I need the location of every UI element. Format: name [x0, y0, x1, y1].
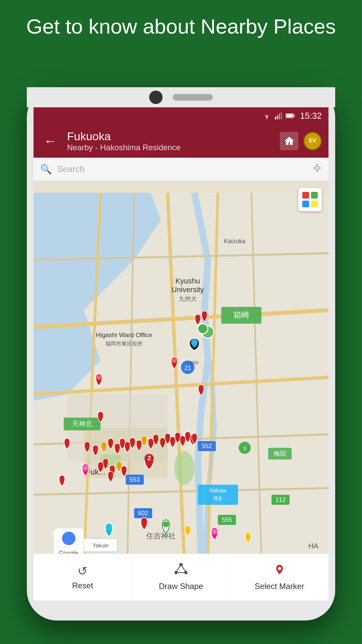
- svg-point-28: [174, 451, 194, 485]
- svg-point-69: [172, 358, 177, 363]
- battery-icon: [286, 113, 295, 118]
- app-bar-icons: EV: [280, 132, 322, 150]
- svg-text:2: 2: [147, 455, 151, 462]
- status-bar: 15:32: [34, 107, 328, 124]
- select-marker-label: Select Marker: [255, 582, 304, 591]
- reset-icon: ↺: [77, 564, 87, 578]
- svg-rect-4: [281, 112, 282, 119]
- draw-shape-button[interactable]: Draw Shape: [132, 554, 231, 600]
- svg-rect-1: [275, 117, 276, 119]
- grid-dot-yellow: [311, 201, 318, 207]
- signal-icon: [275, 112, 282, 119]
- svg-rect-3: [279, 113, 280, 119]
- svg-point-74: [212, 529, 217, 534]
- location-icon: [312, 163, 322, 175]
- svg-text:3: 3: [243, 445, 246, 451]
- svg-text:Kyushu: Kyushu: [175, 277, 200, 285]
- grid-dot-blue: [302, 201, 309, 207]
- svg-text:天神北: 天神北: [72, 420, 92, 427]
- svg-text:555: 555: [222, 517, 232, 523]
- bottom-toolbar: ↺ Reset Draw Shape Select Marker: [34, 553, 328, 600]
- svg-point-0: [266, 118, 267, 119]
- svg-text:HA: HA: [308, 542, 319, 550]
- svg-point-82: [175, 571, 177, 574]
- svg-text:福岡市東区役所: 福岡市東区役所: [105, 341, 143, 346]
- svg-text:University: University: [172, 285, 204, 294]
- svg-point-83: [180, 563, 182, 566]
- svg-text:梅田: 梅田: [273, 450, 286, 457]
- svg-point-65: [191, 339, 198, 346]
- map-area[interactable]: 箱崎 天神北 21 553 602 552 3 112: [34, 181, 328, 574]
- svg-rect-6: [286, 114, 293, 117]
- page-header-title: Get to know about Nearby Places: [0, 13, 362, 40]
- svg-rect-2: [277, 115, 278, 119]
- svg-rect-7: [294, 115, 295, 117]
- svg-text:Yakuin: Yakuin: [93, 543, 109, 548]
- grid-dot-red: [302, 192, 309, 199]
- phone-frame: 15:32 ← Fukuoka Nearby - Hakoshima Resid…: [27, 87, 335, 621]
- status-time: 15:32: [300, 111, 322, 121]
- select-marker-icon: [273, 563, 286, 579]
- home-button[interactable]: [280, 132, 298, 150]
- svg-point-81: [185, 571, 187, 574]
- search-icon: 🔍: [40, 164, 52, 175]
- svg-point-78: [62, 532, 75, 545]
- svg-text:21: 21: [184, 365, 191, 371]
- svg-text:博多: 博多: [213, 496, 223, 501]
- svg-point-76: [163, 521, 169, 527]
- select-marker-button[interactable]: Select Marker: [230, 554, 328, 600]
- app-bar-title: Fukuoka Nearby - Hakoshima Residence: [67, 130, 273, 152]
- status-icons: [262, 112, 295, 119]
- speaker: [173, 94, 213, 101]
- draw-shape-icon: [175, 563, 187, 579]
- city-name: Fukuoka: [67, 130, 273, 143]
- svg-text:住吉神社: 住吉神社: [146, 532, 176, 540]
- reset-button[interactable]: ↺ Reset: [34, 554, 132, 600]
- svg-text:553: 553: [130, 476, 140, 483]
- svg-point-73: [83, 465, 88, 471]
- camera: [149, 91, 163, 104]
- svg-point-68: [198, 324, 208, 334]
- svg-point-64: [190, 361, 199, 365]
- svg-text:Kaizuka: Kaizuka: [224, 238, 246, 245]
- svg-text:Hakata: Hakata: [209, 488, 227, 493]
- app-bar-subtitle: Nearby - Hakoshima Residence: [67, 143, 273, 152]
- svg-text:112: 112: [276, 496, 286, 503]
- app-bar: ← Fukuoka Nearby - Hakoshima Residence E…: [34, 124, 328, 158]
- svg-text:箱崎: 箱崎: [233, 310, 249, 319]
- svg-point-75: [106, 525, 112, 531]
- map-svg: 箱崎 天神北 21 553 602 552 3 112: [34, 181, 328, 574]
- ev-badge[interactable]: EV: [303, 132, 322, 150]
- reset-label: Reset: [72, 581, 93, 590]
- svg-text:九州大: 九州大: [179, 296, 197, 302]
- svg-point-84: [278, 567, 281, 570]
- grid-dot-green: [311, 192, 318, 199]
- wifi-icon: [262, 112, 272, 119]
- svg-text:552: 552: [202, 443, 212, 449]
- map-grid-button[interactable]: [298, 188, 322, 211]
- svg-point-70: [97, 375, 101, 380]
- svg-point-8: [315, 166, 319, 170]
- svg-text:Higashi Ward Office: Higashi Ward Office: [96, 331, 152, 338]
- draw-shape-label: Draw Shape: [159, 582, 203, 591]
- phone-top-bar: [27, 87, 335, 107]
- search-bar[interactable]: 🔍 Search: [34, 158, 328, 181]
- svg-text:602: 602: [138, 510, 148, 517]
- search-input[interactable]: Search: [57, 164, 307, 174]
- back-button[interactable]: ←: [40, 130, 60, 152]
